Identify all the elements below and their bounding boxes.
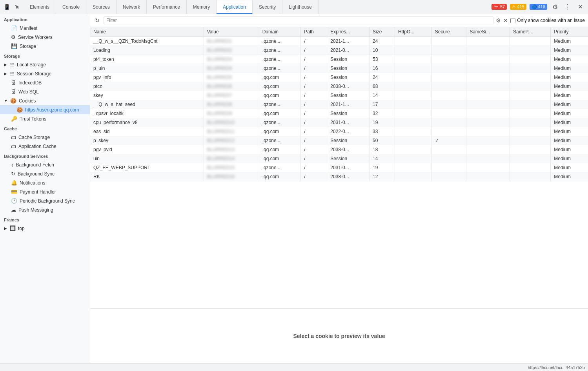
tab-console[interactable]: Console bbox=[56, 0, 86, 14]
cell-secure bbox=[431, 64, 466, 73]
cell-path: / bbox=[301, 64, 327, 73]
cell-httpo bbox=[395, 37, 431, 46]
table-row[interactable]: RKBLURRED16.qq.com/2038-0...12Medium bbox=[90, 172, 588, 181]
col-expires[interactable]: Expires... bbox=[327, 27, 370, 37]
sidebar-item-storage[interactable]: 💾 Storage bbox=[0, 42, 90, 51]
sidebar-item-service-workers[interactable]: ⚙ Service Workers bbox=[0, 33, 90, 42]
col-httpo[interactable]: HttpO... bbox=[395, 27, 431, 37]
sidebar-item-manifest-label: Manifest bbox=[20, 26, 37, 31]
table-row[interactable]: pgv_pvidBLURRED13.qq.com/2038-0...18Medi… bbox=[90, 145, 588, 154]
table-row[interactable]: __Q_w_s_hat_seedBLURRED8.qzone..../2021-… bbox=[90, 100, 588, 109]
table-row[interactable]: __Q_w_s__QZN_TodoMsgCntBLURRED1.qzone...… bbox=[90, 37, 588, 46]
sidebar-item-manifest[interactable]: 📄 Manifest bbox=[0, 24, 90, 33]
col-samesi[interactable]: SameSi... bbox=[466, 27, 510, 37]
table-row[interactable]: pt4_tokenBLURRED3.qzone..../Session53Med… bbox=[90, 55, 588, 64]
table-row[interactable]: LoadingBLURRED2.qzone..../2021-0...10Med… bbox=[90, 46, 588, 55]
cell-secure: ✓ bbox=[431, 136, 466, 145]
cell-secure bbox=[431, 46, 466, 55]
sidebar-cookies-group[interactable]: ▼ 🍪 Cookies bbox=[0, 96, 90, 105]
cell-value: BLURRED1 bbox=[204, 37, 259, 46]
table-row[interactable]: p_skeyBLURRED12.qzone..../Session50✓Medi… bbox=[90, 136, 588, 145]
error-badge: ⛔ 57 bbox=[492, 4, 507, 10]
filter-settings-icon[interactable]: ⚙ bbox=[496, 17, 501, 24]
tab-performance[interactable]: Performance bbox=[147, 0, 187, 14]
inspect-icon[interactable]: 🖱 bbox=[13, 4, 20, 11]
table-row[interactable]: p_uinBLURRED4.qzone..../Session16Medium bbox=[90, 64, 588, 73]
sidebar-item-web-sql[interactable]: 🗄 Web SQL bbox=[0, 87, 90, 96]
sidebar-item-indexeddb[interactable]: 🗄 IndexedDB bbox=[0, 78, 90, 87]
cell-value: BLURRED13 bbox=[204, 145, 259, 154]
sidebar-local-storage-label: Local Storage bbox=[17, 62, 46, 68]
status-url: https://lhci.net/lhci...4451752b bbox=[528, 365, 585, 370]
tab-elements[interactable]: Elements bbox=[24, 0, 56, 14]
cell-priority: Medium bbox=[551, 55, 588, 64]
sidebar-item-notifications[interactable]: 🔔 Notifications bbox=[0, 178, 90, 187]
issue-filter-checkbox[interactable] bbox=[510, 18, 515, 23]
device-toolbar-icon[interactable]: 📱 bbox=[3, 4, 10, 11]
cell-priority: Medium bbox=[551, 64, 588, 73]
sidebar-item-bg-sync[interactable]: ↻ Background Sync bbox=[0, 169, 90, 178]
cell-domain: .qq.com bbox=[259, 73, 301, 82]
sidebar-frames-top-group[interactable]: ▶ 🔲 top bbox=[0, 224, 90, 233]
table-row[interactable]: QZ_FE_WEBP_SUPPORTBLURRED15.qzone..../20… bbox=[90, 163, 588, 172]
tab-network[interactable]: Network bbox=[117, 0, 147, 14]
more-options-icon[interactable]: ⋮ bbox=[563, 2, 572, 12]
sidebar-item-bg-fetch[interactable]: ↕ Background Fetch bbox=[0, 160, 90, 169]
cell-expires: 2021-0... bbox=[327, 46, 370, 55]
col-size[interactable]: Size bbox=[370, 27, 395, 37]
cell-name: _qpsvr_localtk bbox=[90, 109, 204, 118]
refresh-button[interactable]: ↻ bbox=[93, 16, 101, 24]
close-icon[interactable]: ✕ bbox=[575, 2, 585, 12]
table-row[interactable]: eas_sidBLURRED11.qq.com/2022-0...33Mediu… bbox=[90, 127, 588, 136]
info-badge: 🔵 416 bbox=[530, 4, 547, 10]
cache-storage-icon: 🗃 bbox=[11, 134, 16, 140]
table-row[interactable]: skeyBLURRED7.qq.com/Session14Medium bbox=[90, 91, 588, 100]
col-name[interactable]: Name bbox=[90, 27, 204, 37]
col-value[interactable]: Value bbox=[204, 27, 259, 37]
filter-input[interactable] bbox=[106, 18, 491, 23]
manifest-icon: 📄 bbox=[11, 25, 17, 31]
sidebar-session-storage-group[interactable]: ▶ 🗃 Session Storage bbox=[0, 69, 90, 78]
cell-priority: Medium bbox=[551, 127, 588, 136]
col-domain[interactable]: Domain bbox=[259, 27, 301, 37]
web-sql-icon: 🗄 bbox=[11, 89, 16, 95]
table-row[interactable]: ptczBLURRED6.qq.com/2038-0...68Medium bbox=[90, 82, 588, 91]
col-path[interactable]: Path bbox=[301, 27, 327, 37]
sidebar-item-push-messaging[interactable]: ☁ Push Messaging bbox=[0, 205, 90, 214]
col-samep[interactable]: SameP... bbox=[510, 27, 551, 37]
cell-samep bbox=[510, 163, 551, 172]
cell-priority: Medium bbox=[551, 163, 588, 172]
cell-httpo bbox=[395, 154, 431, 163]
cell-value: BLURRED3 bbox=[204, 55, 259, 64]
col-secure[interactable]: Secure bbox=[431, 27, 466, 37]
settings-icon[interactable]: ⚙ bbox=[550, 2, 560, 12]
sidebar-item-cookie-url[interactable]: 🍪 https://user.qzone.qq.com bbox=[0, 105, 90, 114]
filter-clear-icon[interactable]: ✕ bbox=[503, 17, 508, 24]
sidebar-item-trust-tokens[interactable]: 🔑 Trust Tokens bbox=[0, 114, 90, 123]
tab-security[interactable]: Security bbox=[253, 0, 282, 14]
sidebar-top-label: top bbox=[18, 226, 25, 231]
tab-application[interactable]: Application bbox=[217, 0, 253, 14]
sidebar-item-cache-storage[interactable]: 🗃 Cache Storage bbox=[0, 133, 90, 142]
table-row[interactable]: pgv_infoBLURRED5.qq.com/Session24Medium bbox=[90, 73, 588, 82]
table-row[interactable]: _qpsvr_localtkBLURRED9.qq.com/Session32M… bbox=[90, 109, 588, 118]
sidebar-item-service-workers-label: Service Workers bbox=[18, 35, 53, 40]
table-row[interactable]: uinBLURRED14.qq.com/Session14Medium bbox=[90, 154, 588, 163]
cell-path: / bbox=[301, 82, 327, 91]
sidebar-local-storage-group[interactable]: ▶ 🗃 Local Storage bbox=[0, 60, 90, 69]
tab-lighthouse[interactable]: Lighthouse bbox=[282, 0, 319, 14]
col-priority[interactable]: Priority bbox=[551, 27, 588, 37]
cell-name: p_uin bbox=[90, 64, 204, 73]
cell-samesi bbox=[466, 82, 510, 91]
cell-httpo bbox=[395, 109, 431, 118]
cell-value: BLURRED12 bbox=[204, 136, 259, 145]
issue-filter-label: Only show cookies with an issue bbox=[517, 18, 585, 23]
table-row[interactable]: cpu_performance_v8BLURRED10.qzone..../20… bbox=[90, 118, 588, 127]
sidebar-item-payment-handler[interactable]: 💳 Payment Handler bbox=[0, 187, 90, 196]
cell-size: 12 bbox=[370, 172, 395, 181]
tab-sources[interactable]: Sources bbox=[86, 0, 117, 14]
sidebar-item-periodic-bg-sync[interactable]: 🕐 Periodic Background Sync bbox=[0, 196, 90, 205]
cell-httpo bbox=[395, 145, 431, 154]
sidebar-item-application-cache[interactable]: 🗃 Application Cache bbox=[0, 142, 90, 151]
tab-memory[interactable]: Memory bbox=[187, 0, 217, 14]
